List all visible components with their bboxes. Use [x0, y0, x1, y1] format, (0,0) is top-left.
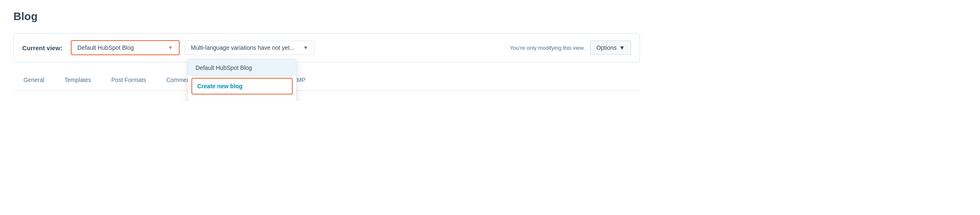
tabs-bar: General Templates Post Formats Comments …	[13, 71, 640, 91]
tab-general[interactable]: General	[13, 71, 54, 90]
current-view-label: Current view:	[22, 44, 62, 51]
view-info-text: You're only modifying this view.	[510, 45, 585, 51]
current-view-bar: Current view: Default HubSpot Blog ▼ Mul…	[13, 33, 640, 62]
blog-selector-dropdown[interactable]: Default HubSpot Blog ▼	[71, 40, 180, 55]
blog-selector-value: Default HubSpot Blog	[77, 44, 134, 51]
tab-templates[interactable]: Templates	[54, 71, 101, 90]
dropdown-item-default-blog[interactable]: Default HubSpot Blog	[188, 59, 296, 76]
language-variations-value: Multi-language variations have not yet..…	[191, 44, 294, 51]
blog-dropdown-menu: Default HubSpot Blog Create new blog Imp…	[188, 59, 297, 101]
language-variations-arrow: ▼	[303, 45, 308, 51]
page-title: Blog	[13, 10, 640, 23]
blog-selector-arrow: ▼	[168, 45, 173, 51]
tab-post-formats[interactable]: Post Formats	[101, 71, 156, 90]
options-button[interactable]: Options ▼	[590, 41, 631, 55]
language-variations-dropdown[interactable]: Multi-language variations have not yet..…	[185, 41, 315, 55]
options-button-arrow: ▼	[619, 44, 625, 51]
dropdown-item-import-blog[interactable]: Import blog	[188, 96, 296, 101]
options-button-label: Options	[596, 44, 616, 51]
dropdown-item-create-new-blog[interactable]: Create new blog	[191, 78, 293, 95]
